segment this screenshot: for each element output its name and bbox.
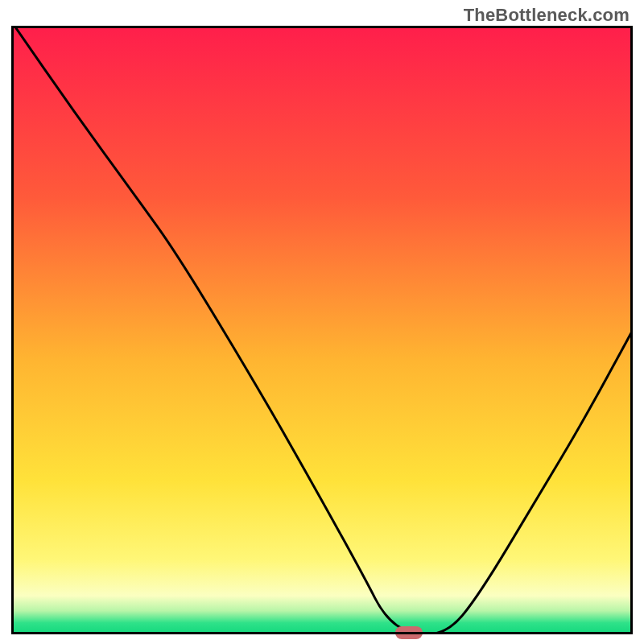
chart-border	[11, 26, 633, 634]
chart-area	[11, 26, 633, 634]
watermark-text: TheBottleneck.com	[464, 5, 630, 26]
